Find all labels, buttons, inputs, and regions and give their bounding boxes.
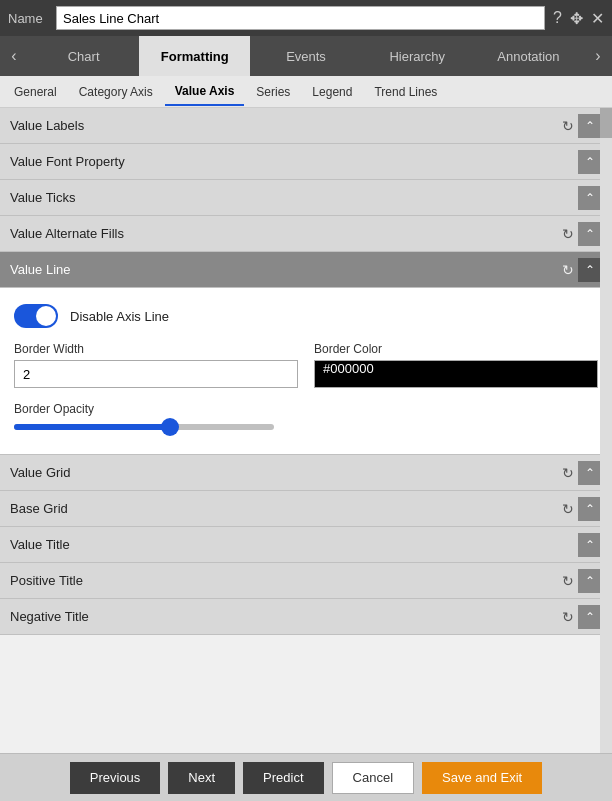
chevron-value-title[interactable]: ⌃ [578,533,602,557]
section-value-ticks-actions: ⌃ [578,186,602,210]
section-value-font-actions: ⌃ [578,150,602,174]
refresh-icon-base-grid[interactable]: ↻ [562,501,574,517]
chevron-value-line[interactable]: ⌃ [578,258,602,282]
help-icon[interactable]: ? [553,9,562,28]
sub-tab-bar: General Category Axis Value Axis Series … [0,76,612,108]
name-label: Name [8,11,48,26]
refresh-icon-value-line[interactable]: ↻ [562,262,574,278]
tab-formatting[interactable]: Formatting [139,36,250,76]
section-value-grid-label: Value Grid [10,465,562,480]
scrollbar-thumb[interactable] [600,108,612,138]
main-wrapper: Value Labels ↻ ⌃ Value Font Property ⌃ V… [0,108,612,753]
section-value-alt-fills-label: Value Alternate Fills [10,226,562,241]
section-value-alt-fills-actions: ↻ ⌃ [562,222,602,246]
chevron-value-labels[interactable]: ⌃ [578,114,602,138]
refresh-icon-negative-title[interactable]: ↻ [562,609,574,625]
border-color-group: Border Color #000000 [314,342,598,388]
title-bar: Name ? ✥ ✕ [0,0,612,36]
next-button[interactable]: Next [168,762,235,794]
border-width-group: Border Width [14,342,298,388]
subtab-category-axis[interactable]: Category Axis [69,78,163,106]
border-color-input[interactable]: #000000 [314,360,598,388]
refresh-icon-positive-title[interactable]: ↻ [562,573,574,589]
chevron-base-grid[interactable]: ⌃ [578,497,602,521]
slider-fill [14,424,170,430]
section-value-font[interactable]: Value Font Property ⌃ [0,144,612,180]
section-negative-title-label: Negative Title [10,609,562,624]
section-positive-title-label: Positive Title [10,573,562,588]
refresh-icon-alt-fills[interactable]: ↻ [562,226,574,242]
disable-axis-toggle[interactable] [14,304,58,328]
border-width-label: Border Width [14,342,298,356]
section-base-grid-label: Base Grid [10,501,562,516]
refresh-icon-value-labels[interactable]: ↻ [562,118,574,134]
border-opacity-slider[interactable] [14,424,274,430]
subtab-general[interactable]: General [4,78,67,106]
slider-thumb[interactable] [161,418,179,436]
value-line-expanded: Disable Axis Line Border Width Border Co… [0,288,612,455]
close-icon[interactable]: ✕ [591,9,604,28]
refresh-icon-value-grid[interactable]: ↻ [562,465,574,481]
border-opacity-label: Border Opacity [14,402,598,416]
border-width-input[interactable] [14,360,298,388]
tab-bar-top: ‹ Chart Formatting Events Hierarchy Anno… [0,36,612,76]
chevron-negative-title[interactable]: ⌃ [578,605,602,629]
cancel-button[interactable]: Cancel [332,762,414,794]
title-icons: ? ✥ ✕ [553,9,604,28]
section-positive-title[interactable]: Positive Title ↻ ⌃ [0,563,612,599]
main-content: Value Labels ↻ ⌃ Value Font Property ⌃ V… [0,108,612,753]
section-value-title-actions: ⌃ [578,533,602,557]
section-value-line-actions: ↻ ⌃ [562,258,602,282]
section-value-labels[interactable]: Value Labels ↻ ⌃ [0,108,612,144]
subtab-series[interactable]: Series [246,78,300,106]
disable-axis-label: Disable Axis Line [70,309,169,324]
tab-prev-button[interactable]: ‹ [0,36,28,76]
subtab-value-axis[interactable]: Value Axis [165,78,245,106]
section-value-font-label: Value Font Property [10,154,578,169]
tab-next-button[interactable]: › [584,36,612,76]
section-value-alt-fills[interactable]: Value Alternate Fills ↻ ⌃ [0,216,612,252]
section-value-grid[interactable]: Value Grid ↻ ⌃ [0,455,612,491]
bottom-bar: Previous Next Predict Cancel Save and Ex… [0,753,612,801]
tab-chart[interactable]: Chart [28,36,139,76]
section-value-line[interactable]: Value Line ↻ ⌃ [0,252,612,288]
disable-axis-toggle-row: Disable Axis Line [14,304,598,328]
section-negative-title[interactable]: Negative Title ↻ ⌃ [0,599,612,635]
section-base-grid-actions: ↻ ⌃ [562,497,602,521]
section-value-line-label: Value Line [10,262,562,277]
border-color-label: Border Color [314,342,598,356]
predict-button[interactable]: Predict [243,762,323,794]
tab-annotation[interactable]: Annotation [473,36,584,76]
section-value-labels-actions: ↻ ⌃ [562,114,602,138]
scrollbar-track[interactable] [600,108,612,753]
section-positive-title-actions: ↻ ⌃ [562,569,602,593]
border-row: Border Width Border Color #000000 [14,342,598,388]
previous-button[interactable]: Previous [70,762,161,794]
section-value-grid-actions: ↻ ⌃ [562,461,602,485]
section-value-ticks-label: Value Ticks [10,190,578,205]
move-icon[interactable]: ✥ [570,9,583,28]
section-value-ticks[interactable]: Value Ticks ⌃ [0,180,612,216]
chevron-value-ticks[interactable]: ⌃ [578,186,602,210]
tab-hierarchy[interactable]: Hierarchy [362,36,473,76]
chevron-value-font[interactable]: ⌃ [578,150,602,174]
title-input[interactable] [56,6,545,30]
section-value-title-label: Value Title [10,537,578,552]
chevron-alt-fills[interactable]: ⌃ [578,222,602,246]
tab-events[interactable]: Events [250,36,361,76]
save-exit-button[interactable]: Save and Exit [422,762,542,794]
section-value-title[interactable]: Value Title ⌃ [0,527,612,563]
chevron-positive-title[interactable]: ⌃ [578,569,602,593]
section-base-grid[interactable]: Base Grid ↻ ⌃ [0,491,612,527]
border-opacity-section: Border Opacity [14,402,598,430]
section-negative-title-actions: ↻ ⌃ [562,605,602,629]
subtab-legend[interactable]: Legend [302,78,362,106]
subtab-trend-lines[interactable]: Trend Lines [364,78,447,106]
chevron-value-grid[interactable]: ⌃ [578,461,602,485]
section-value-labels-label: Value Labels [10,118,562,133]
